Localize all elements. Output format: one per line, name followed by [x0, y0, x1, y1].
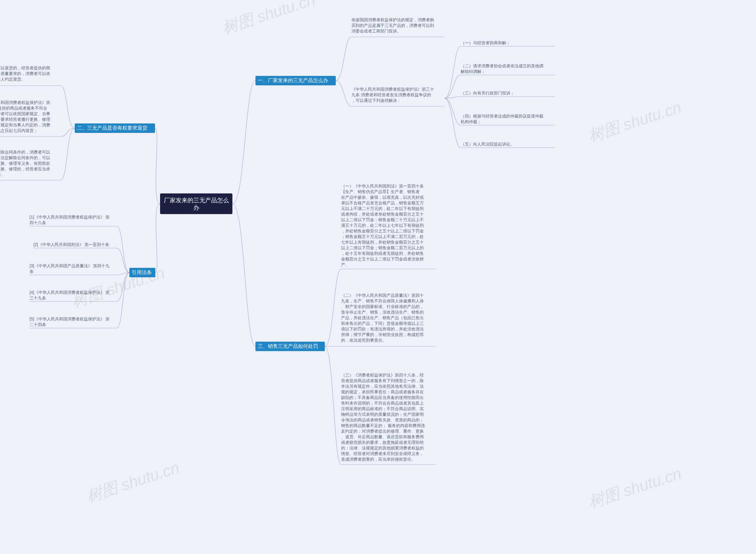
svg-text:（二）《中华人民共和国产品质量法》第四十九条，生产、销售不符: （二）《中华人民共和国产品质量法》第四十九条，生产、销售不符合保障人体健康和人身…: [341, 293, 424, 342]
svg-text:七日后符合法定解除合同条件的，消费者可以及时退货，不符合法定: 七日后符合法定解除合同条件的，消费者可以及时退货，不符合法定解除合同条件的，可以…: [0, 150, 50, 177]
leaf-1b: 《中华人民共和国消费者权益保护法》第三十九条 消费者和经营者发生消费者权益争议的…: [351, 87, 445, 106]
branch-1-label: 一、厂家发来的三无产品怎么办: [258, 78, 328, 83]
svg-text:（五）向人民法院提起诉讼。: （五）向人民法院提起诉讼。: [461, 142, 514, 147]
svg-text:（一）《中华人民共和国刑法》第一百四十条【生产、销售伪劣产品: （一）《中华人民共和国刑法》第一百四十条【生产、销售伪劣产品罪】生产者、销售者在…: [341, 184, 424, 267]
leaf-1b-c5: （五）向人民法院提起诉讼。: [461, 142, 555, 148]
leaf-4r1: [1]《中华人民共和国消费者权益保护法》 第四十八条: [30, 215, 117, 226]
svg-text:[5]《中华人民共和国消费者权益保护法》 第二十四条: [5]《中华人民共和国消费者权益保护法》 第二十四条: [30, 317, 110, 327]
svg-text:[3]《中华人民共和国产品质量法》 第四十九条: [3]《中华人民共和国产品质量法》 第四十九条: [30, 263, 110, 274]
leaf-1b-c1: （一）与经营者协商和解；: [461, 41, 555, 46]
leaf-2b: 根据《中华人民共和国消费者权益保护法》第二十四条 经营者提供的商品或者服务不符合…: [0, 100, 61, 136]
leaf-4r5: [5]《中华人民共和国消费者权益保护法》 第二十四条: [30, 317, 117, 328]
leaf-2c: 七日后符合法定解除合同条件的，消费者可以及时退货，不符合法定解除合同条件的，可以…: [0, 150, 61, 180]
svg-text:（三）向有关行政部门投诉；: （三）向有关行政部门投诉；: [461, 91, 514, 95]
leaf-3c: （三）《消费者权益保护法》第四十八条，经营者提供商品或者服务有下列情形之一的，除…: [341, 373, 435, 464]
branch-2[interactable]: 二、三无产品是否有权要求退货: [75, 123, 155, 133]
leaf-3b: （二）《中华人民共和国产品质量法》第四十九条，生产、销售不符合保障人体健康和人身…: [341, 293, 435, 346]
svg-text:（三）《消费者权益保护法》第四十八条，经营者提供商品或者服务: （三）《消费者权益保护法》第四十八条，经营者提供商品或者服务有下列情形之一的，除…: [341, 373, 425, 461]
branch-3-label: 三、销售三无产品如何处罚: [258, 343, 318, 349]
root-title-line1: 厂家发来的三无产品怎么: [164, 197, 229, 204]
leaf-1a: 依据我国消费者权益保护法的规定，消费者购买到的产品是属于三无产品的，消费者可以到…: [351, 17, 445, 37]
watermark: 树图 shutu.cn: [220, 0, 317, 37]
leaf-4r2: [2]《中华人民共和国刑法》 第一百四十条: [34, 242, 117, 248]
root-title-line2: 办: [193, 204, 199, 211]
svg-text:依据我国消费者权益保护法的规定，消费者购买到的产品是属于三无: 依据我国消费者权益保护法的规定，消费者购买到的产品是属于三无产品的，消费者可以到…: [351, 17, 434, 34]
leaf-4r4: [4]《中华人民共和国消费者权益保护法》 第三十九条: [30, 290, 117, 301]
watermark: 树图 shutu.cn: [84, 458, 182, 505]
svg-text:买了三无产品是可以退货的，经营者提供的商品或者服务不符合质量: 买了三无产品是可以退货的，经营者提供的商品或者服务不符合质量要求的，消费者可以依…: [0, 65, 50, 81]
svg-text:（四）根据与经营者达成的仲裁协议提请仲裁机构仲裁；: （四）根据与经营者达成的仲裁协议提请仲裁机构仲裁；: [461, 114, 543, 124]
svg-text:[4]《中华人民共和国消费者权益保护法》 第三十九条: [4]《中华人民共和国消费者权益保护法》 第三十九条: [30, 290, 110, 300]
svg-text:（一）与经营者协商和解；: （一）与经营者协商和解；: [461, 41, 510, 45]
watermark: 树图 shutu.cn: [586, 98, 684, 145]
branch-2-label: 二、三无产品是否有权要求退货: [77, 125, 148, 131]
svg-text:根据《中华人民共和国消费者权益保护法》第二十四条 经营者提供: 根据《中华人民共和国消费者权益保护法》第二十四条 经营者提供的商品或者服务不符合…: [0, 100, 50, 133]
svg-text:《中华人民共和国消费者权益保护法》第三十九条 消费者和经营者: 《中华人民共和国消费者权益保护法》第三十九条 消费者和经营者发生消费者权益争议的…: [351, 87, 434, 103]
root-node[interactable]: 厂家发来的三无产品怎么 办: [160, 193, 232, 214]
leaf-2a: 买了三无产品是可以退货的，经营者提供的商品或者服务不符合质量要求的，消费者可以依…: [0, 65, 61, 86]
watermark: 树图 shutu.cn: [586, 464, 684, 511]
leaf-4r3: [3]《中华人民共和国产品质量法》 第四十九条: [30, 263, 117, 275]
leaf-1b-c4: （四）根据与经营者达成的仲裁协议提请仲裁机构仲裁；: [461, 114, 555, 125]
branch-3[interactable]: 三、销售三无产品如何处罚: [255, 342, 325, 351]
branch-4-label: 引用法条: [132, 270, 152, 275]
leaf-3a: （一）《中华人民共和国刑法》第一百四十条【生产、销售伪劣产品罪】生产者、销售者在…: [341, 184, 435, 269]
leaf-1b-c2: （二）请求消费者协会或者依法成立的其他调解组织调解；: [461, 63, 555, 75]
svg-text:（二）请求消费者协会或者依法成立的其他调解组织调解；: （二）请求消费者协会或者依法成立的其他调解组织调解；: [461, 63, 543, 74]
branch-1[interactable]: 一、厂家发来的三无产品怎么办: [255, 76, 336, 85]
svg-text:[1]《中华人民共和国消费者权益保护法》 第四十八条: [1]《中华人民共和国消费者权益保护法》 第四十八条: [30, 215, 110, 225]
svg-text:[2]《中华人民共和国刑法》 第一百四十条: [2]《中华人民共和国刑法》 第一百四十条: [34, 242, 109, 247]
leaf-1b-c3: （三）向有关行政部门投诉；: [461, 91, 555, 97]
mindmap-diagram: 树图 shutu.cn 树图 shutu.cn 树图 shutu.cn 树图 s…: [0, 0, 756, 554]
svg-rect-0: [160, 193, 232, 214]
branch-4[interactable]: 引用法条: [129, 268, 155, 277]
